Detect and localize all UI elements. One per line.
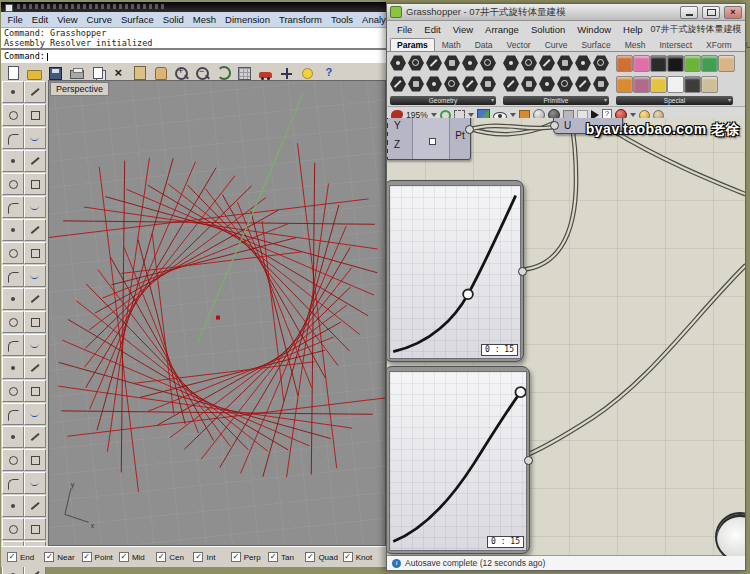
component-hex-icon[interactable] (521, 76, 537, 92)
osnap-toggle[interactable]: ✓ Point (82, 552, 119, 562)
checkbox-checked-icon[interactable]: ✓ (44, 552, 54, 562)
gh-category-tab[interactable]: Surface (574, 38, 617, 51)
rhino-tool-button[interactable] (2, 495, 24, 517)
component-hex-icon[interactable] (462, 76, 478, 92)
rhino-tool-button[interactable] (24, 219, 46, 241)
gh-titlebar[interactable]: Grasshopper - 07井干式旋转体量建模 × (387, 4, 745, 21)
rhino-tool-button[interactable] (2, 288, 24, 310)
rhino-tool-button[interactable] (2, 104, 24, 126)
control-point[interactable] (515, 387, 525, 397)
rhino-tool-button[interactable] (24, 242, 46, 264)
viewport-label[interactable]: Perspective (50, 82, 109, 96)
graph-mapper-1-curve[interactable] (390, 186, 520, 358)
special-component-icon[interactable] (633, 55, 650, 72)
rhino-tool-button[interactable] (2, 173, 24, 195)
component-hex-icon[interactable] (593, 76, 609, 92)
osnap-toggle[interactable]: ✓ Cen (156, 552, 193, 562)
rhino-tool-button[interactable] (24, 426, 46, 448)
osnap-toggle[interactable]: ✓ Knot (343, 552, 380, 562)
rhino-tool-button[interactable] (2, 334, 24, 356)
rhino-tool-button[interactable] (24, 81, 46, 103)
component-hex-icon[interactable] (462, 55, 478, 71)
dropdown-caret-icon[interactable] (431, 113, 437, 117)
special-component-icon[interactable] (616, 55, 633, 72)
dropdown-caret-icon[interactable] (468, 113, 474, 117)
rhino-tool-button[interactable] (2, 403, 24, 425)
component-hex-icon[interactable] (444, 76, 460, 92)
checkbox-checked-icon[interactable]: ✓ (343, 552, 353, 562)
checkbox-checked-icon[interactable]: ✓ (7, 552, 17, 562)
maximize-button[interactable] (702, 6, 720, 19)
component-hex-icon[interactable] (444, 55, 460, 71)
graph-mapper-1[interactable]: 0 : 15 (387, 180, 524, 362)
rhino-menu-item[interactable]: Surface (116, 14, 158, 25)
checkbox-checked-icon[interactable]: ✓ (193, 552, 203, 562)
perspective-viewport[interactable]: Perspective xy (48, 80, 386, 546)
osnap-toggle[interactable]: ✓ Perp (231, 552, 268, 562)
gh-menu-item[interactable]: Help (617, 24, 649, 35)
component-hex-icon[interactable] (521, 55, 537, 71)
rhino-tool-button[interactable] (2, 357, 24, 379)
gh-category-tab[interactable]: Data (468, 38, 500, 51)
param-input-label[interactable]: Z (394, 139, 412, 150)
rhino-menu-item[interactable]: File (3, 14, 27, 25)
rhino-tool-button[interactable] (24, 380, 46, 402)
rhino-tool-button[interactable] (24, 357, 46, 379)
rhino-tool-button[interactable] (24, 472, 46, 494)
group-label-special[interactable]: Special (616, 96, 733, 105)
component-hex-icon[interactable] (426, 55, 442, 71)
component-hex-icon[interactable] (480, 55, 496, 71)
close-button[interactable]: × (724, 6, 742, 19)
special-component-icon[interactable] (701, 76, 718, 93)
group-label-geometry[interactable]: Geometry (390, 96, 496, 105)
component-hex-icon[interactable] (480, 76, 496, 92)
param-input-label[interactable]: Y (394, 120, 412, 131)
osnap-toggle[interactable]: ✓ Int (193, 552, 230, 562)
output-nub[interactable] (524, 456, 533, 465)
minimize-button[interactable] (680, 6, 698, 19)
gh-category-tab[interactable]: Params (390, 38, 435, 51)
special-component-icon[interactable] (633, 76, 650, 93)
gh-category-tab[interactable]: Mesh (618, 38, 653, 51)
rhino-tool-button[interactable] (2, 518, 24, 540)
special-component-icon[interactable] (667, 76, 684, 93)
rhino-tool-button[interactable] (2, 449, 24, 471)
command-prompt[interactable]: Command: (1, 49, 386, 62)
rhino-tool-button[interactable] (2, 127, 24, 149)
rhino-menu-item[interactable]: Solid (158, 14, 188, 25)
component-hex-icon[interactable] (426, 76, 442, 92)
gh-category-tab[interactable]: XForm (699, 38, 739, 51)
component-hex-icon[interactable] (503, 55, 519, 71)
rhino-menu-item[interactable]: Dimension (221, 14, 275, 25)
special-component-icon[interactable] (701, 55, 718, 72)
gh-menu-item[interactable]: Solution (525, 24, 571, 35)
point-xyz-component[interactable]: YZ Pt (387, 118, 471, 160)
component-hex-icon[interactable] (539, 55, 555, 71)
special-component-icon[interactable] (718, 55, 735, 72)
osnap-toggle[interactable]: ✓ Mid (119, 552, 156, 562)
special-component-icon[interactable] (684, 55, 701, 72)
rhino-menu-item[interactable]: Tools (326, 14, 357, 25)
param-input-label[interactable]: U (564, 120, 571, 131)
special-component-icon[interactable] (667, 55, 684, 72)
param-output-label[interactable]: Pt (450, 118, 470, 159)
rhino-tool-button[interactable] (24, 288, 46, 310)
rhino-tool-button[interactable] (2, 242, 24, 264)
component-hex-icon[interactable] (390, 55, 406, 71)
rhino-tool-button[interactable] (2, 150, 24, 172)
gh-category-tab[interactable]: Intersect (652, 38, 699, 51)
gh-category-tab[interactable]: Curve (538, 38, 575, 51)
rhino-tool-button[interactable] (24, 127, 46, 149)
output-nub[interactable] (465, 125, 474, 134)
component-hex-icon[interactable] (593, 55, 609, 71)
rhino-tool-button[interactable] (24, 518, 46, 540)
group-label-primitive[interactable]: Primitive (503, 96, 609, 105)
rhino-menu-item[interactable]: Edit (27, 14, 52, 25)
component-hex-icon[interactable] (557, 76, 573, 92)
gh-menu-item[interactable]: Arrange (479, 24, 525, 35)
gh-menu-item[interactable]: Window (571, 24, 617, 35)
gh-canvas[interactable]: YZ Pt U byav.taobao.com 老徐 0 : 15 (387, 118, 745, 556)
dropdown-caret-icon[interactable] (630, 113, 636, 117)
graph-mapper-2[interactable]: 0 : 15 (387, 366, 530, 554)
rhino-tool-button[interactable] (2, 472, 24, 494)
